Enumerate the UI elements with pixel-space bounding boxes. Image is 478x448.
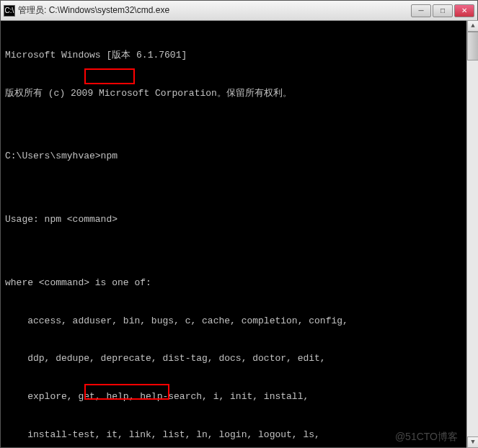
minimize-button[interactable]: ─ — [411, 4, 431, 17]
maximize-button[interactable]: □ — [433, 4, 453, 17]
highlight-annotation — [84, 68, 135, 84]
scroll-up-button[interactable]: ▲ — [467, 20, 478, 32]
close-button[interactable]: ✕ — [454, 4, 474, 17]
output-line: Usage: npm <command> — [5, 213, 473, 226]
vertical-scrollbar[interactable]: ▲ ▼ — [466, 20, 478, 448]
cmd-icon: C:\ — [4, 5, 15, 17]
cmd-window: C:\ 管理员: C:\Windows\system32\cmd.exe ─ □… — [0, 0, 478, 448]
output-line: Microsoft Windows [版本 6.1.7601] — [5, 49, 473, 62]
output-line: install-test, it, link, list, ln, login,… — [5, 429, 473, 442]
titlebar[interactable]: C:\ 管理员: C:\Windows\system32\cmd.exe ─ □… — [1, 1, 477, 21]
output-line: ddp, dedupe, deprecate, dist-tag, docs, … — [5, 352, 473, 365]
output-line: 版权所有 (c) 2009 Microsoft Corporation。保留所有… — [5, 87, 473, 100]
scroll-thumb[interactable] — [467, 32, 478, 61]
output-line: access, adduser, bin, bugs, c, cache, co… — [5, 315, 473, 328]
output-line: where <command> is one of: — [5, 277, 473, 290]
output-line: explore, get, help, help-search, i, init… — [5, 390, 473, 403]
window-title: 管理员: C:\Windows\system32\cmd.exe — [18, 4, 411, 17]
prompt-line: C:\Users\smyhvae>npm — [5, 150, 473, 163]
scroll-down-button[interactable]: ▼ — [467, 436, 478, 448]
terminal-output[interactable]: Microsoft Windows [版本 6.1.7601] 版权所有 (c)… — [1, 21, 477, 447]
window-controls: ─ □ ✕ — [411, 4, 474, 17]
